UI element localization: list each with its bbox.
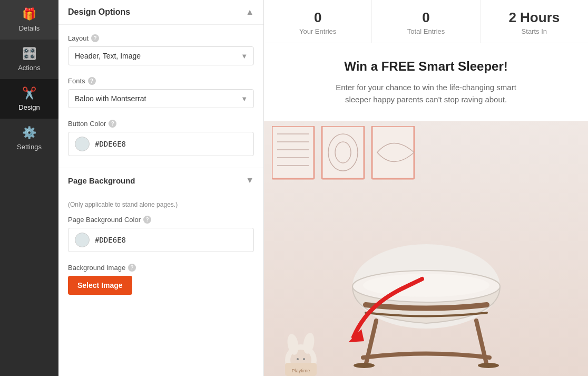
preview-body: Enter for your chance to win the life-ch… — [326, 81, 526, 106]
preview-content: Win a FREE Smart Sleeper! Enter for your… — [264, 43, 588, 376]
your-entries-number: 0 — [314, 9, 321, 26]
layout-select[interactable]: Header, Text, Image Header, Image, Text … — [68, 46, 254, 65]
sidebar-item-label: Actions — [18, 64, 41, 72]
your-entries-stat: 0 Your Entries — [264, 0, 372, 43]
design-icon: ✂️ — [22, 86, 36, 100]
layout-help-icon[interactable]: ? — [91, 34, 99, 42]
sidebar: 🎁 Details 🎛️ Actions ✂️ Design ⚙️ Settin… — [0, 0, 58, 376]
page-bg-color-label: Page Background Color ? — [68, 216, 254, 224]
actions-icon: 🎛️ — [22, 47, 36, 61]
sidebar-item-label: Design — [18, 103, 40, 111]
button-color-value: #DDE6E8 — [95, 140, 126, 148]
page-background-title: Page Background — [68, 176, 135, 185]
page-bg-color-swatch[interactable] — [75, 233, 90, 247]
starts-in-stat: 2 Hours Starts In — [481, 0, 588, 43]
sidebar-item-details[interactable]: 🎁 Details — [0, 0, 58, 40]
preview-panel: 0 Your Entries 0 Total Entries 2 Hours S… — [264, 0, 588, 376]
page-bg-color-help-icon[interactable]: ? — [143, 216, 151, 224]
fonts-select[interactable]: Baloo with Montserrat Open Sans Roboto — [68, 89, 254, 108]
svg-point-16 — [363, 274, 489, 297]
sidebar-item-label: Details — [19, 24, 40, 32]
starts-in-number: 2 Hours — [508, 9, 560, 26]
page-bg-color-value: #DDE6E8 — [95, 236, 126, 244]
svg-rect-9 — [372, 126, 414, 179]
button-color-input[interactable]: #DDE6E8 — [68, 132, 254, 156]
page-background-note: (Only applicable to stand alone pages.) — [68, 201, 254, 208]
page-background-section-header[interactable]: Page Background ▼ — [58, 168, 263, 192]
layout-label: Layout ? — [68, 34, 254, 42]
starts-in-label: Starts In — [522, 27, 547, 35]
your-entries-label: Your Entries — [299, 27, 336, 35]
panel-header: Design Options ▲ — [58, 0, 263, 25]
toy-svg: Playtime — [275, 313, 327, 376]
sidebar-item-label: Settings — [17, 143, 42, 151]
bg-image-help-icon[interactable]: ? — [128, 264, 136, 272]
page-background-collapse-icon: ▼ — [246, 176, 254, 185]
svg-point-21 — [297, 358, 299, 360]
bassinet-svg — [334, 223, 518, 371]
gift-icon: 🎁 — [22, 7, 36, 21]
settings-icon: ⚙️ — [22, 126, 36, 140]
total-entries-stat: 0 Total Entries — [372, 0, 480, 43]
svg-text:Playtime: Playtime — [292, 368, 310, 373]
fonts-field: Fonts ? Baloo with Montserrat Open Sans … — [68, 77, 254, 108]
wall-decor-svg — [272, 126, 430, 189]
sidebar-item-design[interactable]: ✂️ Design — [0, 79, 58, 119]
button-color-help-icon[interactable]: ? — [109, 120, 116, 128]
design-panel: Design Options ▲ Layout ? Header, Text, … — [58, 0, 264, 376]
page-background-body: (Only applicable to stand alone pages.) … — [68, 201, 254, 295]
svg-point-14 — [354, 363, 375, 368]
sidebar-item-settings[interactable]: ⚙️ Settings — [0, 119, 58, 158]
panel-body: Layout ? Header, Text, Image Header, Ima… — [58, 25, 263, 376]
layout-select-wrapper: Header, Text, Image Header, Image, Text … — [68, 46, 254, 65]
layout-field: Layout ? Header, Text, Image Header, Ima… — [68, 34, 254, 65]
fonts-select-wrapper: Baloo with Montserrat Open Sans Roboto ▼ — [68, 89, 254, 108]
panel-collapse-button[interactable]: ▲ — [246, 7, 254, 17]
preview-image-area: Playtime — [264, 121, 588, 377]
select-image-button[interactable]: Select Image — [68, 276, 132, 295]
page-bg-color-input[interactable]: #DDE6E8 — [68, 228, 254, 252]
bg-image-label: Background Image ? — [68, 264, 254, 272]
button-color-label: Button Color ? — [68, 120, 254, 128]
preview-headline: Win a FREE Smart Sleeper! — [285, 59, 567, 74]
total-entries-number: 0 — [422, 9, 429, 26]
button-color-field: Button Color ? #DDE6E8 — [68, 120, 254, 156]
button-color-swatch[interactable] — [75, 137, 90, 151]
svg-point-15 — [478, 363, 499, 368]
sidebar-item-actions[interactable]: 🎛️ Actions — [0, 40, 58, 79]
fonts-help-icon[interactable]: ? — [88, 77, 96, 85]
total-entries-label: Total Entries — [407, 27, 445, 35]
fonts-label: Fonts ? — [68, 77, 254, 85]
page-bg-color-field: Page Background Color ? #DDE6E8 — [68, 216, 254, 252]
preview-text-section: Win a FREE Smart Sleeper! Enter for your… — [264, 43, 588, 121]
bg-image-field: Background Image ? Select Image — [68, 264, 254, 295]
svg-point-22 — [303, 358, 305, 360]
panel-title: Design Options — [68, 7, 130, 17]
preview-stats-bar: 0 Your Entries 0 Total Entries 2 Hours S… — [264, 0, 588, 43]
